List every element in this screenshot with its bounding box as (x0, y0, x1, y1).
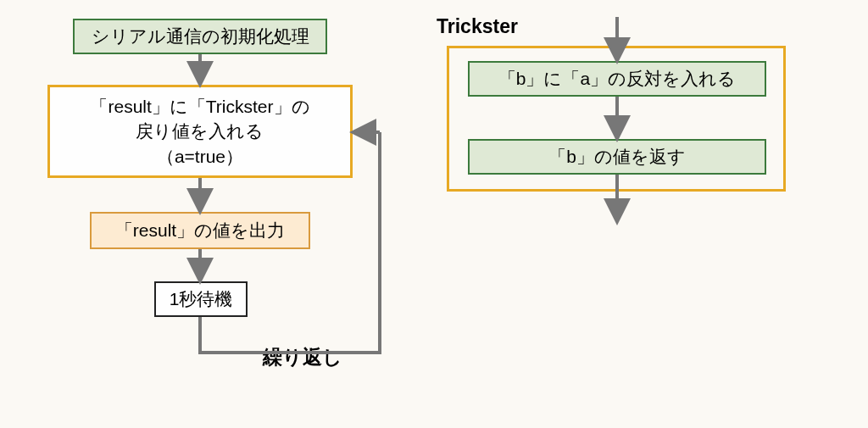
trickster-title: Trickster (437, 15, 518, 38)
loop-label: 繰り返し (263, 344, 342, 370)
wait-block: 1秒待機 (154, 281, 248, 317)
init-block: シリアル通信の初期化処理 (73, 19, 327, 54)
trickster-step1: 「b」に「a」の反対を入れる (468, 61, 766, 97)
output-result-block: 「result」の値を出力 (90, 212, 310, 249)
assign-result-block: 「result」に「Trickster」の 戻り値を入れる （a=true） (47, 85, 353, 178)
trickster-step2: 「b」の値を返す (468, 139, 766, 175)
